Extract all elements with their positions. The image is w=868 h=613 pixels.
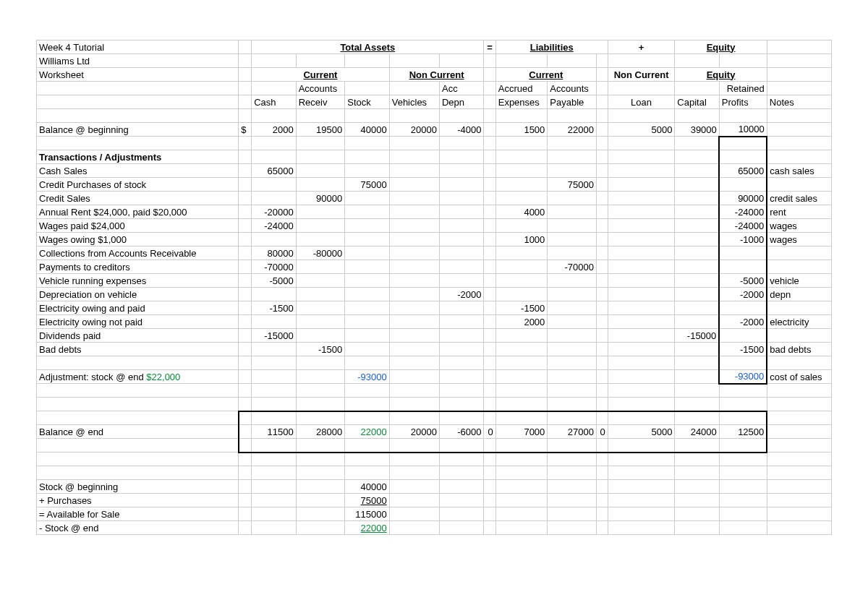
depn-header: Depn <box>439 95 483 109</box>
accounts-header: Accounts <box>296 82 345 95</box>
notes-header: Notes <box>767 95 831 109</box>
company-cell: Williams Ltd <box>37 54 239 68</box>
stock-header: Stock <box>345 95 389 109</box>
assets-noncurrent: Non Current <box>389 68 484 82</box>
accounts2-header: Accounts <box>548 82 597 95</box>
capital-header: Capital <box>675 95 719 109</box>
row-adjustment: Adjustment: stock @ end $22,000-93000-93… <box>37 370 832 384</box>
liab-noncurrent: Non Current <box>608 68 675 82</box>
payable-header: Payable <box>548 95 597 109</box>
equals-sign: = <box>484 40 495 54</box>
row-depn: Depreciation on vehicle-2000-2000depn <box>37 288 832 301</box>
row-balance-end-top <box>37 411 832 425</box>
row-rent: Annual Rent $24,000, paid $20,000-200004… <box>37 205 832 219</box>
header-row-1: Week 4 Tutorial Total Assets = Liabiliti… <box>37 40 832 54</box>
row-elec-notpaid: Electricity owing not paid2000-2000elect… <box>37 315 832 329</box>
plus-sign: + <box>608 40 675 54</box>
row-stock-begin: Stock @ beginning40000 <box>37 480 832 494</box>
retained-header: Retained <box>719 82 767 95</box>
assets-current: Current <box>252 68 389 82</box>
acc-header: Acc <box>439 82 483 95</box>
row-balance-begin: Balance @ beginning $ 2000 19500 40000 2… <box>37 123 832 137</box>
vehicles-header: Vehicles <box>389 95 439 109</box>
total-assets-header: Total Assets <box>252 40 484 54</box>
receiv-header: Receiv <box>296 95 345 109</box>
loan-header: Loan <box>608 95 675 109</box>
liab-current: Current <box>495 68 596 82</box>
row-bad-debts: Bad debts-1500-1500bad debts <box>37 343 832 356</box>
cash-header: Cash <box>252 95 296 109</box>
liabilities-header: Liabilities <box>495 40 608 54</box>
transactions-header: Transactions / Adjustments <box>37 150 239 164</box>
profits-header: Profits <box>719 95 767 109</box>
row-collections: Collections from Accounts Receivable8000… <box>37 247 832 260</box>
row-vehicle-exp: Vehicle running expenses-5000-5000vehicl… <box>37 274 832 288</box>
row-credit-purchases: Credit Purchases of stock7500075000 <box>37 178 832 192</box>
row-dividends: Dividends paid-15000-15000 <box>37 329 832 343</box>
row-wages-owing: Wages owing $1,0001000-1000wages <box>37 233 832 247</box>
accrued-header: Accrued <box>495 82 548 95</box>
row-elec-paid: Electricity owing and paid-1500-1500 <box>37 301 832 315</box>
row-stock-end: - Stock @ end22000 <box>37 521 832 535</box>
row-purchases: + Purchases75000 <box>37 494 832 507</box>
title-cell: Week 4 Tutorial <box>37 40 239 54</box>
row-wages-paid: Wages paid $24,000-24000-24000wages <box>37 219 832 233</box>
row-available: = Available for Sale115000 <box>37 507 832 521</box>
row-balance-end: Balance @ end 11500 28000 22000 20000 -6… <box>37 425 832 439</box>
row-payments: Payments to creditors-70000-70000 <box>37 260 832 274</box>
expenses-header: Expenses <box>495 95 548 109</box>
equity-sub: Equity <box>675 68 767 82</box>
row-cash-sales: Cash Sales6500065000cash sales <box>37 164 832 178</box>
worksheet-table: Week 4 Tutorial Total Assets = Liabiliti… <box>36 40 832 535</box>
worksheet-cell: Worksheet <box>37 68 239 82</box>
row-credit-sales: Credit Sales9000090000credit sales <box>37 192 832 205</box>
equity-header: Equity <box>675 40 767 54</box>
